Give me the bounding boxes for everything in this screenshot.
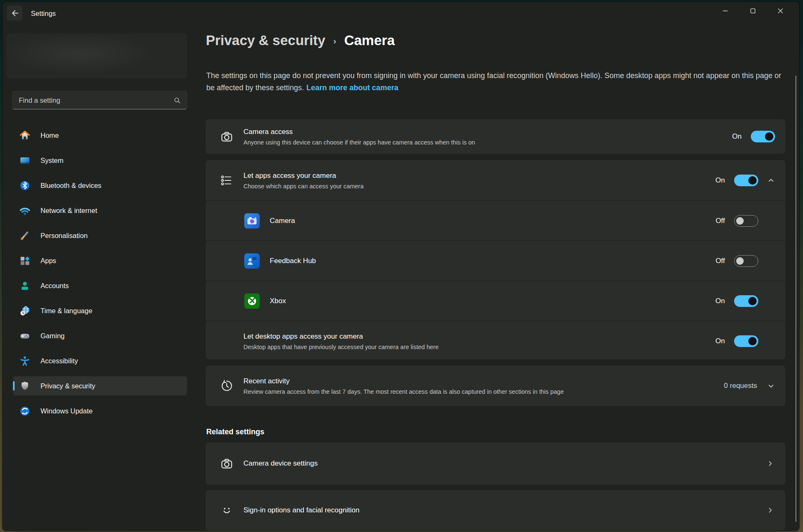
app-access-group-card: Let apps access your camera Choose which… <box>206 160 785 359</box>
breadcrumb-parent[interactable]: Privacy & security <box>206 33 325 48</box>
toggle-state-label: On <box>715 176 725 185</box>
toggle-state-label: Off <box>716 217 725 225</box>
back-button[interactable] <box>7 5 23 20</box>
brush-icon <box>19 230 30 241</box>
sidebar-item-label: Windows Update <box>41 407 93 415</box>
setting-subtitle: Review camera access from the last 7 day… <box>243 388 564 395</box>
system-icon <box>19 155 30 166</box>
selected-accent-bar <box>13 381 15 390</box>
sidebar-item-accessibility[interactable]: Accessibility <box>13 351 187 370</box>
main-content: Privacy & security › Camera The settings… <box>206 2 785 531</box>
update-icon <box>19 405 30 417</box>
sign-in-options-card[interactable]: Sign-in options and facial recognition <box>206 490 785 530</box>
shield-icon <box>19 380 30 392</box>
setting-subtitle: Desktop apps that have previously access… <box>243 343 438 350</box>
camera-access-toggle[interactable] <box>751 131 775 142</box>
sidebar-nav: Home System Bl <box>13 126 187 421</box>
setting-subtitle: Choose which apps can access your camera <box>243 183 364 190</box>
sidebar-item-home[interactable]: Home <box>13 126 187 145</box>
setting-title: Camera access <box>243 128 475 136</box>
sidebar-item-label: Personalisation <box>41 232 88 240</box>
sidebar-item-apps[interactable]: Apps <box>13 251 187 270</box>
related-item-label: Camera device settings <box>243 459 318 467</box>
person-icon <box>19 280 30 291</box>
app-row-camera: Camera Off <box>206 200 785 241</box>
toggle-state-label: Off <box>716 257 725 265</box>
camera-outline-icon <box>220 457 233 470</box>
feedback-hub-toggle[interactable] <box>734 255 758 267</box>
camera-outline-icon <box>220 130 233 143</box>
setting-subtitle: Anyone using this device can choose if t… <box>243 139 475 146</box>
app-name: Feedback Hub <box>270 257 316 265</box>
home-icon <box>19 129 30 141</box>
related-settings-heading: Related settings <box>206 428 264 436</box>
recent-activity-card[interactable]: Recent activity Review camera access fro… <box>206 366 785 406</box>
sidebar-item-bluetooth[interactable]: Bluetooth & devices <box>13 176 187 195</box>
sidebar-item-label: Network & internet <box>41 207 97 215</box>
app-list-icon <box>220 174 233 187</box>
setting-title: Recent activity <box>243 377 564 385</box>
xbox-app-icon <box>244 293 260 309</box>
apps-icon <box>19 255 30 266</box>
camera-device-settings-card[interactable]: Camera device settings <box>206 443 785 484</box>
app-row-xbox: Xbox On <box>206 281 785 321</box>
user-profile-card[interactable] <box>6 33 187 79</box>
history-icon <box>220 379 233 393</box>
sidebar-item-label: Accounts <box>41 282 69 290</box>
setting-title: Let apps access your camera <box>243 172 364 180</box>
setting-title: Let desktop apps access your camera <box>243 332 438 340</box>
vertical-scrollbar[interactable] <box>795 76 797 522</box>
app-row-feedback-hub: Feedback Hub Off <box>206 241 785 281</box>
toggle-state-label: On <box>732 132 742 141</box>
accessibility-icon <box>19 355 30 367</box>
face-smile-icon <box>220 504 233 517</box>
sidebar-item-privacy-security[interactable]: Privacy & security <box>13 376 187 395</box>
app-access-header-row[interactable]: Let apps access your camera Choose which… <box>206 160 785 200</box>
sidebar-item-gaming[interactable]: Gaming <box>13 326 187 345</box>
page-description: The settings on this page do not prevent… <box>206 70 783 94</box>
gamepad-icon <box>19 330 30 342</box>
sidebar-item-label: Time & language <box>41 307 92 315</box>
sidebar-item-windows-update[interactable]: Windows Update <box>13 401 187 421</box>
search-input[interactable] <box>13 96 174 104</box>
page-title: Camera <box>344 33 395 48</box>
camera-app-icon <box>244 213 260 228</box>
sidebar-item-time-language[interactable]: Time & language <box>13 301 187 320</box>
sidebar-item-system[interactable]: System <box>13 151 187 170</box>
globe-clock-icon <box>19 305 30 317</box>
desktop-apps-row: Let desktop apps access your camera Desk… <box>206 321 785 361</box>
sidebar-item-label: Apps <box>41 257 56 265</box>
sidebar-item-label: Bluetooth & devices <box>41 182 101 190</box>
toggle-state-label: On <box>715 337 725 345</box>
toggle-state-label: On <box>715 297 725 305</box>
learn-more-link[interactable]: Learn more about camera <box>307 84 398 92</box>
search-icon <box>174 97 181 104</box>
chevron-right-icon <box>766 507 774 514</box>
feedback-hub-app-icon <box>244 253 260 269</box>
sidebar-item-label: Home <box>41 132 59 139</box>
camera-app-toggle[interactable] <box>734 215 758 227</box>
sidebar-item-personalisation[interactable]: Personalisation <box>13 226 187 245</box>
sidebar-item-label: System <box>41 157 63 165</box>
chevron-right-icon <box>766 460 774 468</box>
related-item-label: Sign-in options and facial recognition <box>243 506 360 514</box>
breadcrumb-separator-icon: › <box>333 36 336 46</box>
chevron-up-icon <box>767 177 775 185</box>
sidebar-item-network[interactable]: Network & internet <box>13 201 187 220</box>
breadcrumb: Privacy & security › Camera <box>206 33 395 48</box>
desktop-apps-toggle[interactable] <box>734 335 758 347</box>
settings-window: Settings Home <box>3 2 799 531</box>
app-name: Camera <box>270 217 295 225</box>
search-box <box>12 91 187 109</box>
app-access-toggle[interactable] <box>734 175 758 186</box>
recent-activity-count: 0 requests <box>724 382 757 390</box>
bluetooth-icon <box>19 180 30 191</box>
sidebar-item-label: Gaming <box>41 332 65 340</box>
wifi-icon <box>19 205 30 216</box>
sidebar-item-accounts[interactable]: Accounts <box>13 276 187 295</box>
camera-access-card: Camera access Anyone using this device c… <box>206 119 785 154</box>
xbox-toggle[interactable] <box>734 295 758 307</box>
app-title: Settings <box>31 2 56 25</box>
sidebar-item-label: Privacy & security <box>41 382 95 390</box>
sidebar-item-label: Accessibility <box>41 357 78 365</box>
